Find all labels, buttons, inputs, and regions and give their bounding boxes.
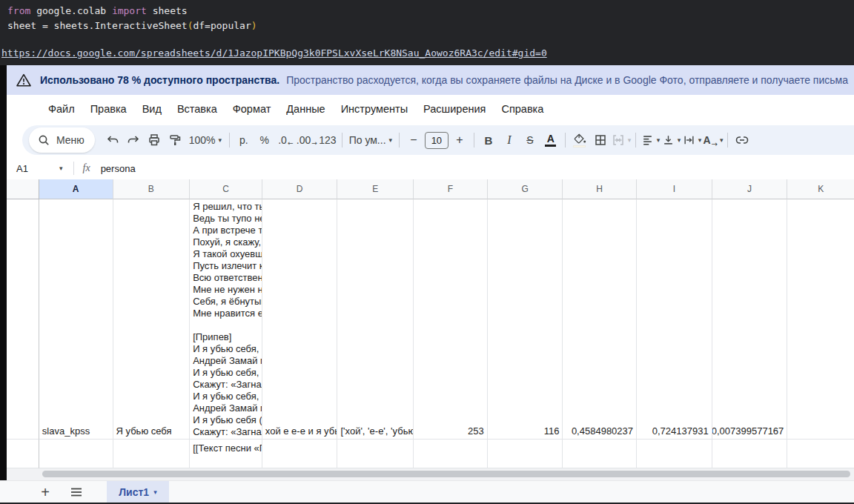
menu-file[interactable]: Файл	[48, 103, 75, 115]
italic-button[interactable]: I	[500, 130, 519, 150]
print-button[interactable]	[145, 130, 164, 150]
horizontal-scrollbar-thumb[interactable]	[42, 471, 850, 477]
percent-label: %	[260, 134, 269, 146]
toolbar-separator	[565, 133, 566, 147]
column-header-g[interactable]: G	[488, 179, 563, 199]
colab-output-cell: from google.colab import sheets sheet = …	[0, 0, 854, 65]
cell-b1[interactable]: Я убью себя	[113, 199, 191, 440]
font-select[interactable]: По ум...▾	[347, 130, 394, 150]
bold-button[interactable]: B	[479, 130, 498, 150]
row-header-2[interactable]	[7, 440, 39, 468]
spreadsheet-link[interactable]: https://docs.google.com/spreadsheets/d/1…	[1, 47, 547, 59]
cell-a2[interactable]	[39, 440, 113, 468]
add-sheet-button[interactable]: +	[33, 481, 58, 503]
text-color-button[interactable]: A	[541, 130, 560, 150]
column-header-h[interactable]: H	[563, 179, 637, 199]
align-left-icon	[641, 134, 654, 146]
column-header-d[interactable]: D	[262, 179, 338, 199]
column-header-i[interactable]: I	[637, 179, 712, 199]
cell-j1[interactable]: 0,007399577167	[712, 199, 788, 440]
cell-h2[interactable]	[563, 440, 637, 468]
chevron-down-icon: ▾	[153, 488, 157, 496]
more-formats-button[interactable]: 123	[318, 130, 337, 150]
table-row: [[Текст песни «П	[7, 440, 854, 468]
arrow-right-icon: →	[712, 140, 718, 148]
sheet-tab-active[interactable]: Лист1 ▾	[107, 481, 169, 503]
row-header-1[interactable]	[7, 199, 39, 440]
toolbar-separator	[399, 133, 400, 147]
menu-edit[interactable]: Правка	[90, 103, 127, 115]
cell-g2[interactable]	[488, 440, 563, 468]
text-wrap-icon	[683, 134, 695, 146]
cell-f1[interactable]: 253	[414, 199, 488, 440]
menu-help[interactable]: Справка	[501, 103, 543, 115]
cell-a1[interactable]: slava_kpss	[39, 199, 113, 440]
formula-bar-separator	[73, 162, 74, 175]
cell-d1[interactable]: хой е е-е и я убью	[262, 199, 338, 440]
text-rotation-button[interactable]: A→▾	[703, 130, 723, 150]
minus-icon: −	[410, 133, 417, 147]
column-header-c[interactable]: C	[190, 179, 262, 199]
cell-k1[interactable]	[787, 199, 854, 440]
all-sheets-button[interactable]	[64, 481, 89, 503]
chevron-down-icon: ▾	[698, 136, 702, 144]
chevron-down-icon[interactable]: ▾	[59, 165, 63, 172]
column-header-f[interactable]: F	[414, 179, 488, 199]
column-header-e[interactable]: E	[337, 179, 414, 199]
table-row: slava_kpss Я убью себя Я решил, что ты В…	[7, 199, 854, 440]
cell-i1[interactable]: 0,724137931	[637, 199, 712, 440]
merge-cells-button[interactable]: ▾	[612, 130, 632, 150]
code-keyword-import: import	[112, 5, 147, 16]
menu-extensions[interactable]: Расширения	[423, 103, 486, 115]
toolbar-separator	[635, 133, 636, 147]
menu-format[interactable]: Формат	[233, 103, 271, 115]
menu-tools[interactable]: Инструменты	[341, 103, 408, 115]
increase-font-size-button[interactable]: +	[450, 130, 469, 150]
menu-insert[interactable]: Вставка	[177, 103, 217, 115]
cell-d2[interactable]	[262, 440, 338, 468]
horizontal-align-button[interactable]: ▾	[640, 130, 660, 150]
zoom-select[interactable]: 100%▾	[186, 130, 225, 150]
increase-decimals-button[interactable]: .00→	[297, 130, 317, 150]
fill-color-button[interactable]	[570, 130, 589, 150]
cell-e1[interactable]: ['хой', 'е-е', 'убью'	[337, 199, 414, 440]
cell-j2[interactable]	[712, 440, 788, 468]
cell-g1[interactable]: 116	[488, 199, 563, 440]
cell-e2[interactable]	[337, 440, 414, 468]
percent-format-button[interactable]: %	[255, 130, 274, 150]
column-header-b[interactable]: B	[113, 179, 191, 199]
toolbar-menu-search[interactable]: Меню	[29, 127, 95, 153]
select-all-corner[interactable]	[7, 179, 39, 199]
toolbar-band: Меню 100%▾ р. % .0← .00→ 123 По ум...▾ −…	[7, 123, 854, 157]
code-module: google.colab	[30, 5, 112, 16]
insert-link-button[interactable]	[732, 130, 752, 150]
cell-f2[interactable]	[414, 440, 488, 468]
column-header-k[interactable]: K	[787, 179, 854, 199]
column-header-j[interactable]: J	[712, 179, 788, 199]
cell-c2[interactable]: [[Текст песни «П	[190, 440, 262, 468]
cell-i2[interactable]	[637, 440, 712, 468]
menu-data[interactable]: Данные	[286, 103, 325, 115]
menu-view[interactable]: Вид	[142, 103, 162, 115]
paint-format-button[interactable]	[165, 130, 185, 150]
currency-format-button[interactable]: р.	[234, 130, 254, 150]
increase-decimals-label: .00	[297, 134, 311, 146]
cell-k2[interactable]	[787, 440, 854, 468]
text-wrap-button[interactable]: ▾	[682, 130, 701, 150]
formula-input[interactable]: persona	[101, 163, 136, 174]
cell-h1[interactable]: 0,4584980237	[563, 199, 637, 440]
cell-b2[interactable]	[113, 440, 191, 468]
bold-icon: B	[484, 134, 492, 147]
decrease-decimals-button[interactable]: .0←	[276, 130, 295, 150]
font-size-input[interactable]: 10	[425, 130, 448, 150]
cell-c1[interactable]: Я решил, что ты Ведь ты тупо не А при вс…	[190, 199, 262, 440]
undo-button[interactable]	[103, 130, 122, 150]
borders-button[interactable]	[591, 130, 610, 150]
column-header-a[interactable]: A	[39, 179, 113, 199]
name-box[interactable]: A1	[16, 163, 59, 174]
vertical-align-button[interactable]: ▾	[661, 130, 681, 150]
strikethrough-button[interactable]: S	[520, 130, 540, 150]
redo-button[interactable]	[124, 130, 143, 150]
currency-label: р.	[239, 134, 248, 146]
decrease-font-size-button[interactable]: −	[404, 130, 423, 150]
